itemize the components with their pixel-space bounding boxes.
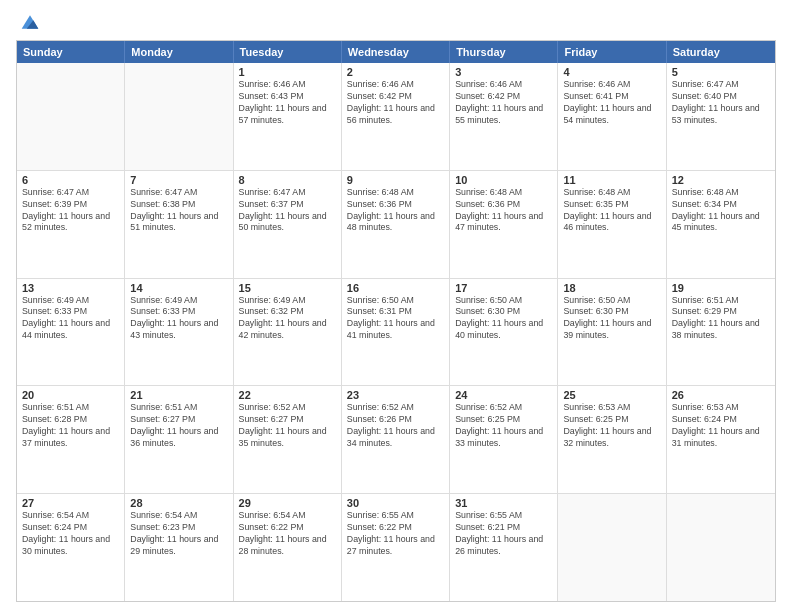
- calendar-cell: [125, 63, 233, 170]
- calendar-cell: 22Sunrise: 6:52 AM Sunset: 6:27 PM Dayli…: [234, 386, 342, 493]
- day-number: 4: [563, 66, 660, 78]
- calendar-row-4: 20Sunrise: 6:51 AM Sunset: 6:28 PM Dayli…: [17, 385, 775, 493]
- cell-info: Sunrise: 6:50 AM Sunset: 6:30 PM Dayligh…: [455, 295, 552, 343]
- day-number: 17: [455, 282, 552, 294]
- day-number: 8: [239, 174, 336, 186]
- day-number: 10: [455, 174, 552, 186]
- cell-info: Sunrise: 6:53 AM Sunset: 6:24 PM Dayligh…: [672, 402, 770, 450]
- calendar-cell: 2Sunrise: 6:46 AM Sunset: 6:42 PM Daylig…: [342, 63, 450, 170]
- cell-info: Sunrise: 6:54 AM Sunset: 6:22 PM Dayligh…: [239, 510, 336, 558]
- cell-info: Sunrise: 6:51 AM Sunset: 6:27 PM Dayligh…: [130, 402, 227, 450]
- calendar-row-3: 13Sunrise: 6:49 AM Sunset: 6:33 PM Dayli…: [17, 278, 775, 386]
- cell-info: Sunrise: 6:47 AM Sunset: 6:39 PM Dayligh…: [22, 187, 119, 235]
- calendar-cell: 23Sunrise: 6:52 AM Sunset: 6:26 PM Dayli…: [342, 386, 450, 493]
- day-number: 1: [239, 66, 336, 78]
- calendar-cell: 25Sunrise: 6:53 AM Sunset: 6:25 PM Dayli…: [558, 386, 666, 493]
- day-number: 2: [347, 66, 444, 78]
- day-number: 14: [130, 282, 227, 294]
- day-number: 20: [22, 389, 119, 401]
- day-number: 24: [455, 389, 552, 401]
- calendar-cell: 5Sunrise: 6:47 AM Sunset: 6:40 PM Daylig…: [667, 63, 775, 170]
- header-day-thursday: Thursday: [450, 41, 558, 63]
- calendar-cell: 4Sunrise: 6:46 AM Sunset: 6:41 PM Daylig…: [558, 63, 666, 170]
- cell-info: Sunrise: 6:48 AM Sunset: 6:36 PM Dayligh…: [455, 187, 552, 235]
- day-number: 29: [239, 497, 336, 509]
- day-number: 25: [563, 389, 660, 401]
- cell-info: Sunrise: 6:49 AM Sunset: 6:33 PM Dayligh…: [22, 295, 119, 343]
- header-day-sunday: Sunday: [17, 41, 125, 63]
- cell-info: Sunrise: 6:54 AM Sunset: 6:23 PM Dayligh…: [130, 510, 227, 558]
- calendar-row-5: 27Sunrise: 6:54 AM Sunset: 6:24 PM Dayli…: [17, 493, 775, 601]
- day-number: 22: [239, 389, 336, 401]
- cell-info: Sunrise: 6:48 AM Sunset: 6:34 PM Dayligh…: [672, 187, 770, 235]
- day-number: 12: [672, 174, 770, 186]
- header-day-saturday: Saturday: [667, 41, 775, 63]
- day-number: 26: [672, 389, 770, 401]
- cell-info: Sunrise: 6:50 AM Sunset: 6:30 PM Dayligh…: [563, 295, 660, 343]
- calendar-cell: 26Sunrise: 6:53 AM Sunset: 6:24 PM Dayli…: [667, 386, 775, 493]
- cell-info: Sunrise: 6:51 AM Sunset: 6:28 PM Dayligh…: [22, 402, 119, 450]
- calendar-cell: 19Sunrise: 6:51 AM Sunset: 6:29 PM Dayli…: [667, 279, 775, 386]
- header-day-wednesday: Wednesday: [342, 41, 450, 63]
- cell-info: Sunrise: 6:46 AM Sunset: 6:41 PM Dayligh…: [563, 79, 660, 127]
- day-number: 6: [22, 174, 119, 186]
- calendar-cell: 18Sunrise: 6:50 AM Sunset: 6:30 PM Dayli…: [558, 279, 666, 386]
- day-number: 7: [130, 174, 227, 186]
- calendar-cell: 21Sunrise: 6:51 AM Sunset: 6:27 PM Dayli…: [125, 386, 233, 493]
- cell-info: Sunrise: 6:54 AM Sunset: 6:24 PM Dayligh…: [22, 510, 119, 558]
- calendar-cell: 28Sunrise: 6:54 AM Sunset: 6:23 PM Dayli…: [125, 494, 233, 601]
- cell-info: Sunrise: 6:49 AM Sunset: 6:33 PM Dayligh…: [130, 295, 227, 343]
- calendar-cell: 11Sunrise: 6:48 AM Sunset: 6:35 PM Dayli…: [558, 171, 666, 278]
- calendar-cell: 7Sunrise: 6:47 AM Sunset: 6:38 PM Daylig…: [125, 171, 233, 278]
- header: [16, 12, 776, 32]
- calendar-cell: 9Sunrise: 6:48 AM Sunset: 6:36 PM Daylig…: [342, 171, 450, 278]
- calendar-cell: 3Sunrise: 6:46 AM Sunset: 6:42 PM Daylig…: [450, 63, 558, 170]
- day-number: 21: [130, 389, 227, 401]
- calendar-body: 1Sunrise: 6:46 AM Sunset: 6:43 PM Daylig…: [17, 63, 775, 601]
- cell-info: Sunrise: 6:46 AM Sunset: 6:42 PM Dayligh…: [455, 79, 552, 127]
- calendar-cell: 10Sunrise: 6:48 AM Sunset: 6:36 PM Dayli…: [450, 171, 558, 278]
- cell-info: Sunrise: 6:49 AM Sunset: 6:32 PM Dayligh…: [239, 295, 336, 343]
- calendar: SundayMondayTuesdayWednesdayThursdayFrid…: [16, 40, 776, 602]
- calendar-cell: 13Sunrise: 6:49 AM Sunset: 6:33 PM Dayli…: [17, 279, 125, 386]
- cell-info: Sunrise: 6:50 AM Sunset: 6:31 PM Dayligh…: [347, 295, 444, 343]
- calendar-cell: 24Sunrise: 6:52 AM Sunset: 6:25 PM Dayli…: [450, 386, 558, 493]
- header-day-friday: Friday: [558, 41, 666, 63]
- logo-text: [16, 12, 40, 32]
- calendar-cell: 6Sunrise: 6:47 AM Sunset: 6:39 PM Daylig…: [17, 171, 125, 278]
- day-number: 11: [563, 174, 660, 186]
- cell-info: Sunrise: 6:53 AM Sunset: 6:25 PM Dayligh…: [563, 402, 660, 450]
- cell-info: Sunrise: 6:47 AM Sunset: 6:37 PM Dayligh…: [239, 187, 336, 235]
- calendar-cell: 20Sunrise: 6:51 AM Sunset: 6:28 PM Dayli…: [17, 386, 125, 493]
- cell-info: Sunrise: 6:52 AM Sunset: 6:26 PM Dayligh…: [347, 402, 444, 450]
- day-number: 18: [563, 282, 660, 294]
- day-number: 16: [347, 282, 444, 294]
- calendar-row-2: 6Sunrise: 6:47 AM Sunset: 6:39 PM Daylig…: [17, 170, 775, 278]
- day-number: 5: [672, 66, 770, 78]
- calendar-cell: [667, 494, 775, 601]
- calendar-cell: 12Sunrise: 6:48 AM Sunset: 6:34 PM Dayli…: [667, 171, 775, 278]
- calendar-cell: [17, 63, 125, 170]
- header-day-tuesday: Tuesday: [234, 41, 342, 63]
- day-number: 19: [672, 282, 770, 294]
- day-number: 31: [455, 497, 552, 509]
- header-day-monday: Monday: [125, 41, 233, 63]
- calendar-cell: 16Sunrise: 6:50 AM Sunset: 6:31 PM Dayli…: [342, 279, 450, 386]
- calendar-cell: 30Sunrise: 6:55 AM Sunset: 6:22 PM Dayli…: [342, 494, 450, 601]
- calendar-cell: 14Sunrise: 6:49 AM Sunset: 6:33 PM Dayli…: [125, 279, 233, 386]
- cell-info: Sunrise: 6:47 AM Sunset: 6:38 PM Dayligh…: [130, 187, 227, 235]
- calendar-cell: 15Sunrise: 6:49 AM Sunset: 6:32 PM Dayli…: [234, 279, 342, 386]
- cell-info: Sunrise: 6:52 AM Sunset: 6:25 PM Dayligh…: [455, 402, 552, 450]
- logo: [16, 12, 40, 32]
- day-number: 30: [347, 497, 444, 509]
- cell-info: Sunrise: 6:52 AM Sunset: 6:27 PM Dayligh…: [239, 402, 336, 450]
- cell-info: Sunrise: 6:46 AM Sunset: 6:42 PM Dayligh…: [347, 79, 444, 127]
- calendar-cell: 29Sunrise: 6:54 AM Sunset: 6:22 PM Dayli…: [234, 494, 342, 601]
- day-number: 3: [455, 66, 552, 78]
- cell-info: Sunrise: 6:46 AM Sunset: 6:43 PM Dayligh…: [239, 79, 336, 127]
- calendar-cell: 1Sunrise: 6:46 AM Sunset: 6:43 PM Daylig…: [234, 63, 342, 170]
- calendar-cell: 31Sunrise: 6:55 AM Sunset: 6:21 PM Dayli…: [450, 494, 558, 601]
- cell-info: Sunrise: 6:55 AM Sunset: 6:21 PM Dayligh…: [455, 510, 552, 558]
- day-number: 9: [347, 174, 444, 186]
- logo-icon: [20, 12, 40, 32]
